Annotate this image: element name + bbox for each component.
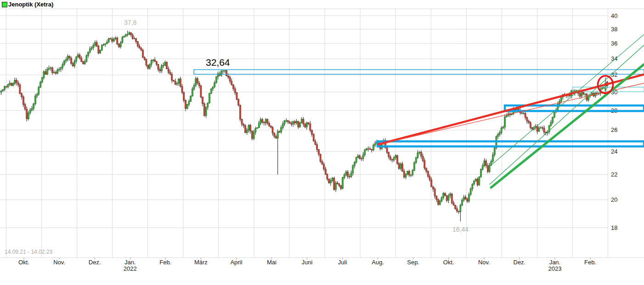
y-axis-labels: 403836343230282624222018 (611, 12, 617, 232)
annotation-high-price: 37,8 (124, 19, 136, 26)
svg-text:24: 24 (611, 148, 617, 155)
x-axis-labels: Okt.Nov.Dez.Jan.2022Feb.MärzAprilMaiJuni… (18, 258, 596, 272)
svg-text:März: März (194, 259, 208, 266)
svg-text:Juli: Juli (338, 259, 347, 266)
svg-text:40: 40 (611, 12, 617, 19)
svg-text:Sep.: Sep. (407, 259, 419, 266)
svg-text:32: 32 (611, 71, 617, 78)
svg-text:Dez.: Dez. (514, 259, 526, 266)
svg-text:36: 36 (611, 40, 617, 47)
svg-text:Mai: Mai (267, 259, 277, 266)
uptrend-red-thick (378, 74, 644, 144)
svg-text:Jan.: Jan. (549, 259, 561, 266)
svg-text:18: 18 (611, 224, 617, 231)
candles (0, 31, 608, 222)
uptrend-green-thin-a (490, 45, 644, 184)
svg-text:Nov.: Nov. (53, 259, 65, 266)
annotation-resistance-price: 32,64 (206, 57, 230, 68)
resistance-band-3264 (194, 70, 644, 74)
annotation-low-price: 18,44 (452, 226, 469, 233)
stock-chart-window: Jenoptik (Xetra) 40383634323028262422201… (0, 0, 644, 285)
svg-text:38: 38 (611, 26, 617, 33)
uptrend-green-thick (491, 64, 644, 188)
svg-text:Okt.: Okt. (443, 259, 454, 266)
svg-text:Aug.: Aug. (372, 259, 384, 266)
channel-24-7 (378, 142, 644, 147)
date-range-label: 14.09.21 - 14.02.23 (5, 249, 52, 255)
svg-text:26: 26 (611, 126, 617, 133)
svg-text:Feb.: Feb. (159, 259, 171, 266)
svg-text:2022: 2022 (124, 265, 137, 272)
svg-text:Juni: Juni (302, 259, 313, 266)
svg-text:20: 20 (611, 196, 617, 203)
svg-text:April: April (230, 259, 242, 266)
candlestick-chart-canvas[interactable]: 403836343230282624222018Okt.Nov.Dez.Jan.… (0, 0, 644, 285)
svg-text:Feb.: Feb. (584, 259, 596, 266)
svg-text:Dez.: Dez. (89, 259, 101, 266)
svg-text:34: 34 (611, 55, 617, 62)
svg-text:Okt.: Okt. (18, 259, 29, 266)
svg-text:22: 22 (611, 171, 617, 178)
svg-text:Nov.: Nov. (478, 259, 490, 266)
uptrend-red-thin (378, 83, 644, 144)
svg-text:Jan.: Jan. (124, 259, 136, 266)
svg-text:2023: 2023 (548, 265, 561, 272)
